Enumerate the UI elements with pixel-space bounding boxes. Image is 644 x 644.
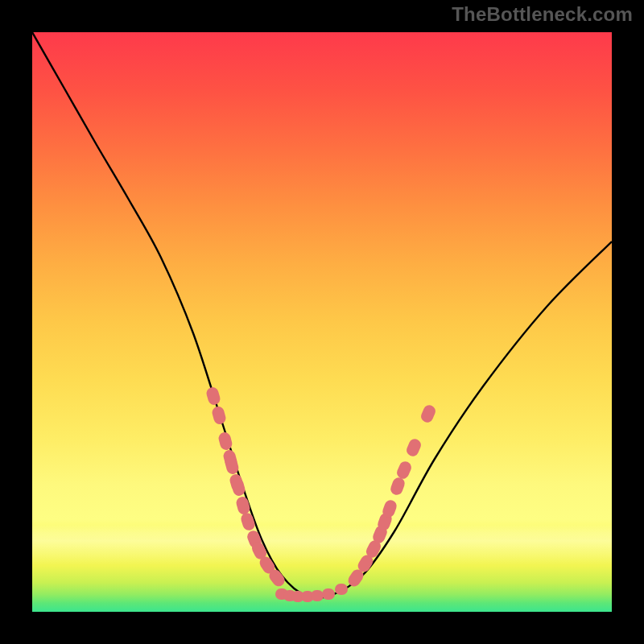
svg-rect-26 — [301, 591, 314, 602]
svg-rect-10 — [250, 540, 268, 561]
svg-rect-2 — [217, 431, 233, 451]
svg-rect-20 — [395, 460, 413, 481]
svg-rect-12 — [266, 568, 287, 589]
svg-rect-3 — [222, 448, 238, 469]
svg-rect-24 — [283, 590, 296, 601]
curve-layer — [32, 32, 612, 612]
svg-rect-27 — [311, 590, 324, 601]
svg-rect-11 — [258, 555, 278, 576]
svg-rect-5 — [229, 473, 246, 493]
svg-rect-9 — [246, 529, 263, 550]
svg-rect-21 — [405, 437, 423, 458]
svg-rect-14 — [356, 553, 375, 575]
svg-rect-29 — [335, 584, 348, 595]
watermark-text: TheBottleneck.com — [452, 3, 633, 26]
svg-rect-6 — [230, 477, 246, 497]
marker-arc-left — [205, 386, 287, 588]
svg-rect-0 — [205, 386, 222, 406]
svg-rect-25 — [291, 591, 304, 602]
svg-rect-18 — [381, 498, 398, 519]
plot-area — [32, 32, 612, 612]
svg-rect-17 — [376, 511, 394, 532]
svg-rect-7 — [235, 495, 251, 515]
svg-rect-8 — [239, 511, 256, 532]
svg-rect-13 — [346, 568, 366, 589]
svg-rect-4 — [224, 455, 240, 475]
marker-arc-right — [346, 403, 438, 588]
trough-dots — [275, 584, 348, 602]
svg-rect-15 — [364, 539, 382, 559]
svg-rect-22 — [419, 403, 437, 424]
bottleneck-curve — [32, 32, 612, 598]
svg-rect-1 — [211, 405, 227, 425]
svg-rect-16 — [371, 524, 389, 545]
chart-container: TheBottleneck.com — [0, 0, 644, 644]
svg-rect-19 — [389, 476, 407, 497]
svg-rect-28 — [322, 588, 335, 600]
svg-rect-23 — [275, 588, 288, 600]
